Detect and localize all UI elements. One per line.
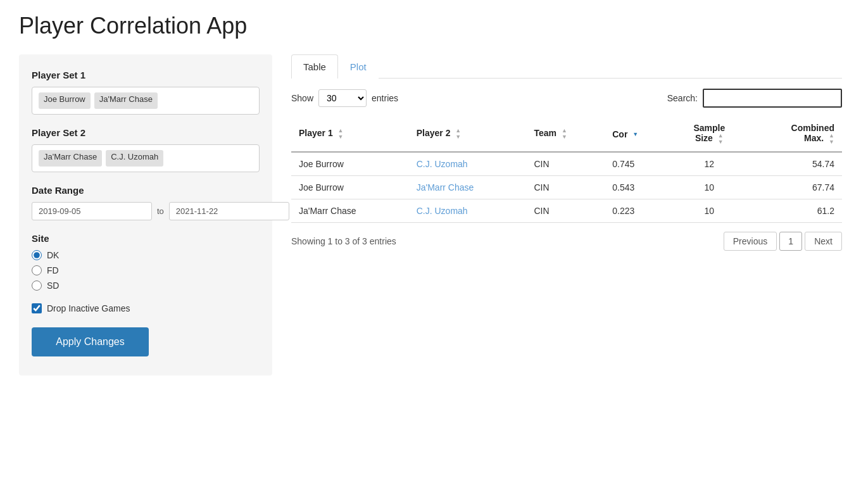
col-combined-max-sort: ▲ ▼ xyxy=(829,133,834,145)
tab-table[interactable]: Table xyxy=(291,54,338,79)
date-range-label: Date Range xyxy=(32,185,260,196)
col-combined-max-label: CombinedMax. xyxy=(791,123,834,143)
date-from-input[interactable] xyxy=(32,202,152,220)
site-radio-dk[interactable] xyxy=(32,250,42,260)
site-radio-sd[interactable] xyxy=(32,280,42,291)
col-team-label: Team xyxy=(534,128,556,138)
cell-team-0: CIN xyxy=(526,152,605,176)
cell-player2-0: C.J. Uzomah xyxy=(409,152,527,176)
col-cor-sort: ▼ xyxy=(632,132,638,137)
site-option-sd[interactable]: SD xyxy=(32,280,260,291)
cell-player1-1: Joe Burrow xyxy=(291,176,409,199)
cell-sample-size-2: 10 xyxy=(671,199,747,223)
player-set-1-tag-0: Joe Burrow xyxy=(39,92,91,109)
cell-cor-1: 0.543 xyxy=(605,176,671,199)
table-body: Joe Burrow C.J. Uzomah CIN 0.745 12 54.7… xyxy=(291,152,842,223)
cell-sample-size-1: 10 xyxy=(671,176,747,199)
col-player1-label: Player 1 xyxy=(299,128,333,138)
site-label: Site xyxy=(32,233,260,244)
player-set-2-tag-1: C.J. Uzomah xyxy=(106,150,163,167)
cell-player2-1: Ja'Marr Chase xyxy=(409,176,527,199)
entries-select[interactable]: 10 25 30 50 100 xyxy=(318,89,367,107)
cell-combined-max-1: 67.74 xyxy=(747,176,842,199)
date-range-container: to xyxy=(32,202,260,220)
date-separator: to xyxy=(157,206,164,216)
entries-label: entries xyxy=(372,93,398,103)
controls-row: Show 10 25 30 50 100 entries Search: xyxy=(291,89,842,108)
site-label-dk: DK xyxy=(47,250,59,260)
cell-sample-size-0: 12 xyxy=(671,152,747,176)
site-radio-group: DK FD SD xyxy=(32,250,260,291)
drop-inactive-label: Drop Inactive Games xyxy=(47,303,130,313)
data-table: Player 1 ▲ ▼ Player 2 ▲ ▼ xyxy=(291,117,842,223)
table-header-row: Player 1 ▲ ▼ Player 2 ▲ ▼ xyxy=(291,117,842,152)
table-row: Joe Burrow Ja'Marr Chase CIN 0.543 10 67… xyxy=(291,176,842,199)
right-panel: Table Plot Show 10 25 30 50 100 entries … xyxy=(291,54,842,251)
drop-inactive-checkbox[interactable] xyxy=(32,303,42,313)
cell-combined-max-0: 54.74 xyxy=(747,152,842,176)
cell-combined-max-2: 61.2 xyxy=(747,199,842,223)
current-page: 1 xyxy=(779,232,802,251)
col-player1[interactable]: Player 1 ▲ ▼ xyxy=(291,117,409,152)
site-label-sd: SD xyxy=(47,280,59,291)
showing-text: Showing 1 to 3 of 3 entries xyxy=(291,236,396,246)
player-set-2-tag-0: Ja'Marr Chase xyxy=(39,150,102,167)
col-sample-size[interactable]: SampleSize ▲ ▼ xyxy=(671,117,747,152)
site-section: Site DK FD SD xyxy=(32,233,260,291)
col-player2-label: Player 2 xyxy=(417,128,451,138)
col-player1-sort: ▲ ▼ xyxy=(338,128,344,140)
next-button[interactable]: Next xyxy=(805,232,842,251)
search-label: Search: xyxy=(667,93,698,103)
show-label: Show xyxy=(291,93,313,103)
tabs-container: Table Plot xyxy=(291,54,842,79)
site-radio-fd[interactable] xyxy=(32,265,42,275)
col-player2[interactable]: Player 2 ▲ ▼ xyxy=(409,117,527,152)
cell-player1-2: Ja'Marr Chase xyxy=(291,199,409,223)
date-to-input[interactable] xyxy=(169,202,289,220)
table-row: Ja'Marr Chase C.J. Uzomah CIN 0.223 10 6… xyxy=(291,199,842,223)
site-option-fd[interactable]: FD xyxy=(32,265,260,275)
cell-cor-2: 0.223 xyxy=(605,199,671,223)
previous-button[interactable]: Previous xyxy=(724,232,777,251)
player-set-1-label: Player Set 1 xyxy=(32,70,260,80)
table-row: Joe Burrow C.J. Uzomah CIN 0.745 12 54.7… xyxy=(291,152,842,176)
cell-cor-0: 0.745 xyxy=(605,152,671,176)
pagination: Showing 1 to 3 of 3 entries Previous 1 N… xyxy=(291,232,842,251)
search-container: Search: xyxy=(667,89,842,108)
app-title: Player Correlation App xyxy=(19,13,842,39)
cell-player2-2: C.J. Uzomah xyxy=(409,199,527,223)
page-controls: Previous 1 Next xyxy=(724,232,842,251)
search-input[interactable] xyxy=(703,89,842,108)
player-set-1-input[interactable]: Joe Burrow Ja'Marr Chase xyxy=(32,87,260,115)
player-set-2-label: Player Set 2 xyxy=(32,127,260,138)
col-team-sort: ▲ ▼ xyxy=(562,128,567,140)
player-set-1-tag-1: Ja'Marr Chase xyxy=(94,92,158,109)
col-sample-size-sort: ▲ ▼ xyxy=(718,133,724,145)
site-label-fd: FD xyxy=(47,265,59,275)
cell-player1-0: Joe Burrow xyxy=(291,152,409,176)
col-cor[interactable]: Cor ▼ xyxy=(605,117,671,152)
drop-inactive-row[interactable]: Drop Inactive Games xyxy=(32,303,260,313)
show-entries-container: Show 10 25 30 50 100 entries xyxy=(291,89,398,107)
cell-team-1: CIN xyxy=(526,176,605,199)
player-set-2-input[interactable]: Ja'Marr Chase C.J. Uzomah xyxy=(32,144,260,172)
col-combined-max[interactable]: CombinedMax. ▲ ▼ xyxy=(747,117,842,152)
left-panel: Player Set 1 Joe Burrow Ja'Marr Chase Pl… xyxy=(19,54,272,375)
site-option-dk[interactable]: DK xyxy=(32,250,260,260)
cell-team-2: CIN xyxy=(526,199,605,223)
col-cor-label: Cor xyxy=(612,129,627,139)
col-team[interactable]: Team ▲ ▼ xyxy=(526,117,605,152)
tab-plot[interactable]: Plot xyxy=(338,54,379,79)
apply-changes-button[interactable]: Apply Changes xyxy=(32,327,149,356)
col-player2-sort: ▲ ▼ xyxy=(455,128,461,140)
